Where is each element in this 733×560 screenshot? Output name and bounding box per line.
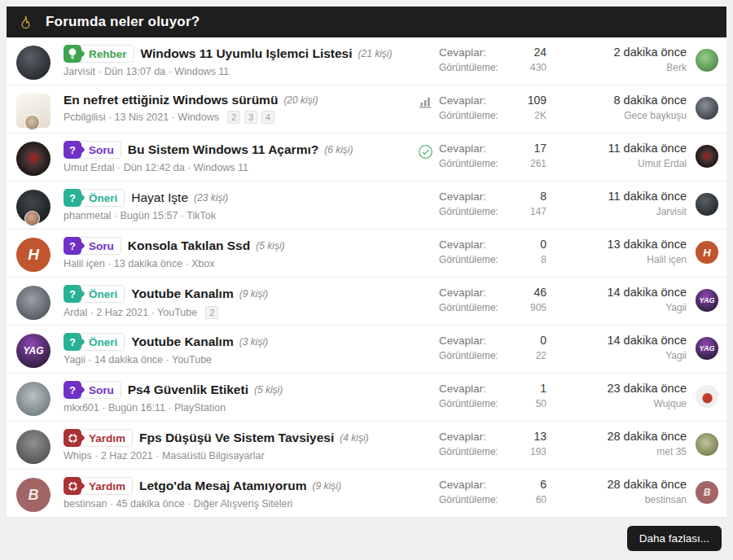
participants-count: (9 kişi) — [239, 288, 268, 300]
badge: ? Soru — [64, 141, 121, 159]
thread-main: ? Öneri Hayat Işte (23 kişi) phanmetal ·… — [64, 189, 411, 221]
thread-list: Rehber Windows 11 Uyumlu Işlemci Listesi… — [7, 37, 726, 518]
views-value: 8 — [512, 254, 546, 265]
thread-meta: Whips · 2 Haz 2021 · Masaüstü Bilgisayar… — [64, 450, 411, 462]
thread-author-avatar[interactable] — [16, 94, 50, 128]
page-link[interactable]: 2 — [205, 306, 218, 319]
thread-row[interactable]: H ? Soru Konsola Takılan Ssd (5 kişi) Ha… — [7, 230, 726, 278]
thread-title-line: Rehber Windows 11 Uyumlu Işlemci Listesi… — [64, 45, 411, 63]
thread-author-avatar[interactable]: H — [16, 238, 50, 272]
thread-row[interactable]: Rehber Windows 11 Uyumlu Işlemci Listesi… — [7, 37, 726, 85]
replies-label: Cevaplar: — [439, 479, 504, 491]
thread-meta-text: bestinsan · 45 dakika önce · Diğer Alışv… — [64, 498, 292, 510]
badge-label: Öneri — [89, 192, 117, 204]
thread-title-line: ? Soru Bu Sistem Windows 11 Açarmı? (6 k… — [64, 141, 411, 159]
thread-stats: Cevaplar: 13 Görüntüleme: 193 — [439, 430, 546, 457]
badge: ? Öneri — [64, 285, 125, 303]
replies-value: 17 — [512, 142, 546, 155]
page-link[interactable]: 4 — [261, 111, 274, 124]
last-post-avatar[interactable]: YAG — [696, 337, 718, 360]
thread-row[interactable]: ? Öneri Youtube Kanalım (9 kişi) Ardal ·… — [7, 278, 726, 326]
last-post-avatar[interactable] — [696, 49, 718, 72]
views-label: Görüntüleme: — [439, 254, 504, 265]
thread-title[interactable]: Bu Sistem Windows 11 Açarmı? — [128, 142, 318, 157]
avatar-overlay — [24, 115, 40, 130]
thread-title[interactable]: Youtube Kanalım — [131, 287, 233, 301]
thread-title[interactable]: Ps4 Güvenlik Etiketi — [128, 383, 248, 397]
badge: ? Soru — [64, 381, 121, 399]
views-value: 430 — [512, 62, 546, 73]
thread-author-avatar[interactable] — [16, 142, 50, 176]
last-post-avatar[interactable] — [696, 433, 718, 456]
views-label: Görüntüleme: — [439, 62, 504, 73]
last-post-user[interactable]: bestinsan — [563, 494, 687, 505]
thread-row[interactable]: ? Soru Bu Sistem Windows 11 Açarmı? (6 k… — [7, 133, 726, 182]
load-more-button[interactable]: Daha fazlası... — [627, 526, 722, 551]
last-post-time: 14 dakika önce — [563, 334, 687, 347]
thread-row[interactable]: B Yardım Letgo'da Mesaj Atamıyorum (9 ki… — [7, 470, 726, 518]
thread-stats: Cevaplar: 109 Görüntüleme: 2K — [439, 94, 546, 121]
thread-title-line: En nefret ettiğiniz Windows sürümü (20 k… — [64, 93, 411, 107]
thread-stats: Cevaplar: 1 Görüntüleme: 50 — [439, 382, 546, 409]
thread-author-avatar[interactable] — [16, 46, 50, 80]
last-post-user[interactable]: Umut Erdal — [563, 158, 687, 169]
last-post: 28 dakika önce bestinsan — [563, 478, 687, 505]
last-post-user[interactable]: Yagii — [563, 302, 687, 313]
thread-author-avatar[interactable] — [16, 286, 50, 320]
thread-author-avatar[interactable] — [16, 430, 50, 464]
question-icon: ? — [64, 141, 81, 159]
last-post-user[interactable]: Wujque — [563, 398, 687, 409]
thread-row[interactable]: En nefret ettiğiniz Windows sürümü (20 k… — [7, 85, 726, 133]
last-post-avatar[interactable] — [696, 385, 718, 408]
last-post-avatar[interactable]: YAG — [696, 289, 718, 312]
thread-author-avatar[interactable] — [16, 382, 50, 416]
last-post: 11 dakika önce Jarvisit — [563, 190, 687, 217]
thread-main: Yardım Letgo'da Mesaj Atamıyorum (9 kişi… — [64, 477, 411, 510]
thread-title[interactable]: En nefret ettiğiniz Windows sürümü — [64, 93, 278, 107]
thread-title[interactable]: Hayat Işte — [131, 190, 188, 205]
thread-meta: phanmetal · Bugün 15:57 · TikTok — [64, 210, 411, 221]
last-post-avatar[interactable] — [696, 145, 718, 168]
last-post-avatar[interactable] — [696, 97, 718, 120]
thread-author-avatar[interactable] — [16, 190, 50, 224]
last-post-avatar[interactable]: B — [696, 481, 718, 504]
thread-meta-text: Jarvisit · Dün 13:07 da · Windows 11 — [64, 66, 229, 77]
last-post-user[interactable]: Yagii — [563, 350, 687, 361]
thread-row[interactable]: ? Öneri Hayat Işte (23 kişi) phanmetal ·… — [7, 182, 726, 230]
views-label: Görüntüleme: — [439, 350, 504, 361]
replies-label: Cevaplar: — [439, 46, 504, 59]
last-post-avatar[interactable]: H — [696, 241, 718, 264]
page-link[interactable]: 3 — [244, 111, 257, 124]
last-post-user[interactable]: Halil içen — [563, 254, 687, 265]
thread-author-avatar[interactable]: B — [16, 478, 50, 512]
thread-meta: Umut Erdal · Dün 12:42 da · Windows 11 — [64, 162, 411, 173]
views-label: Görüntüleme: — [439, 494, 504, 505]
views-value: 193 — [512, 446, 546, 457]
thread-row[interactable]: YAG ? Öneri Youtube Kanalım (3 kişi) Yag… — [7, 326, 726, 374]
page-link[interactable]: 2 — [227, 111, 240, 124]
last-post-user[interactable]: Gece baykuşu — [563, 110, 687, 121]
last-post-user[interactable]: Berk — [563, 62, 687, 73]
thread-title[interactable]: Letgo'da Mesaj Atamıyorum — [139, 479, 307, 493]
thread-meta-text: Pcbilgilisi · 13 Nis 2021 · Windows — [64, 112, 219, 123]
badge-label: Rehber — [89, 48, 127, 60]
thread-main: En nefret ettiğiniz Windows sürümü (20 k… — [64, 93, 411, 124]
badge: Yardım — [64, 477, 133, 495]
last-post-time: 11 dakika önce — [563, 142, 687, 155]
thread-meta-text: Umut Erdal · Dün 12:42 da · Windows 11 — [64, 162, 248, 173]
last-post-avatar[interactable] — [696, 193, 718, 216]
badge-label: Yardım — [89, 480, 125, 492]
last-post-user[interactable]: Jarvisit — [563, 206, 687, 217]
thread-row[interactable]: Yardım Fps Düşüşü Ve Sistem Tavsiyesi (4… — [7, 422, 726, 470]
thread-title[interactable]: Konsola Takılan Ssd — [128, 238, 250, 253]
last-post: 8 dakika önce Gece baykuşu — [563, 94, 687, 121]
thread-title[interactable]: Windows 11 Uyumlu Işlemci Listesi — [141, 46, 353, 61]
thread-title[interactable]: Youtube Kanalım — [131, 335, 233, 349]
views-label: Görüntüleme: — [439, 446, 504, 457]
thread-author-avatar[interactable]: YAG — [16, 334, 50, 368]
thread-title[interactable]: Fps Düşüşü Ve Sistem Tavsiyesi — [139, 431, 334, 445]
last-post-time: 8 dakika önce — [563, 94, 687, 107]
badge-label: Yardım — [89, 432, 125, 444]
last-post-user[interactable]: met 35 — [563, 446, 687, 457]
thread-row[interactable]: ? Soru Ps4 Güvenlik Etiketi (5 kişi) mkx… — [7, 374, 726, 422]
